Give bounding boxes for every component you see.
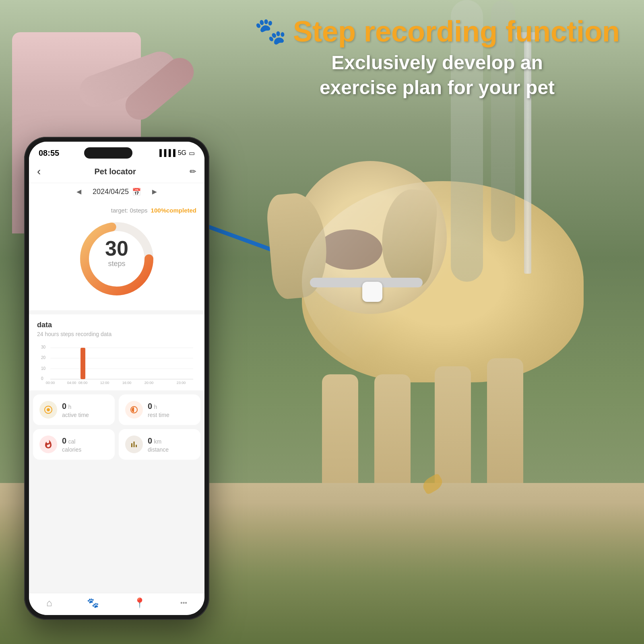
svg-text:04:00: 04:00 bbox=[67, 381, 76, 384]
rest-time-info: 0 h rest time bbox=[148, 402, 169, 418]
dynamic-island bbox=[84, 147, 132, 159]
calories-value: 0 bbox=[62, 436, 66, 445]
stats-grid: 0 h active time bbox=[29, 394, 204, 464]
step-recording-title: Step recording function bbox=[293, 17, 620, 46]
tab-home[interactable]: ⌂ bbox=[46, 597, 52, 609]
target-row: target: 0steps 100%completed bbox=[37, 207, 196, 214]
tab-location[interactable]: 📍 bbox=[134, 597, 146, 609]
edit-button[interactable]: ✏ bbox=[190, 167, 196, 176]
signal-icon: ▐▐▐▐ bbox=[157, 149, 175, 157]
date-display: 2024/04/25 📅 bbox=[93, 188, 141, 196]
svg-text:20:00: 20:00 bbox=[144, 381, 154, 384]
rest-time-unit: h bbox=[154, 404, 157, 410]
stat-card-active-time: 0 h active time bbox=[33, 394, 115, 425]
phone-mockup: 08:55 ▐▐▐▐ 5G ▭ ‹ Pet locator ✏ ◄ 2024/0… bbox=[24, 137, 209, 620]
header-area: 🐾 Step recording function Exclusively de… bbox=[254, 16, 620, 101]
svg-text:16:00: 16:00 bbox=[122, 381, 132, 384]
tab-more[interactable]: ••• bbox=[180, 599, 187, 607]
chart-title: data bbox=[37, 321, 196, 329]
nav-bar: ‹ Pet locator ✏ bbox=[29, 162, 204, 183]
tab-paw[interactable]: 🐾 bbox=[87, 597, 99, 609]
phone-outer-frame: 08:55 ▐▐▐▐ 5G ▭ ‹ Pet locator ✏ ◄ 2024/0… bbox=[24, 137, 209, 620]
calories-unit: cal bbox=[68, 438, 76, 445]
calories-icon bbox=[39, 436, 57, 453]
date-nav: ◄ 2024/04/25 📅 ► bbox=[29, 183, 204, 200]
stat-card-rest-time: 0 h rest time bbox=[119, 394, 200, 425]
steps-section: target: 0steps 100%completed bbox=[29, 200, 204, 310]
bottom-spacer bbox=[29, 464, 204, 472]
date-value: 2024/04/25 bbox=[93, 188, 129, 196]
completed-label: 100%completed bbox=[151, 207, 196, 214]
chart-svg: 30 20 10 0 bbox=[37, 344, 196, 384]
svg-text:20: 20 bbox=[41, 355, 46, 360]
calendar-icon[interactable]: 📅 bbox=[132, 188, 141, 196]
calories-info: 0 cal calories bbox=[62, 436, 81, 453]
status-bar: 08:55 ▐▐▐▐ 5G ▭ bbox=[29, 142, 204, 162]
svg-text:23:00: 23:00 bbox=[177, 381, 186, 384]
data-section: data 24 hours steps recording data 30 20… bbox=[29, 314, 204, 390]
chart-area: 30 20 10 0 bbox=[37, 344, 196, 384]
svg-text:10: 10 bbox=[41, 366, 46, 371]
distance-icon bbox=[125, 436, 143, 453]
svg-text:30: 30 bbox=[41, 345, 46, 349]
svg-text:0: 0 bbox=[41, 376, 43, 381]
rest-time-label: rest time bbox=[148, 412, 169, 418]
paw-tab-icon: 🐾 bbox=[87, 597, 99, 609]
target-label: target: 0steps bbox=[111, 207, 148, 214]
distance-info: 0 km distance bbox=[148, 436, 169, 453]
active-time-icon bbox=[39, 401, 57, 419]
svg-text:08:00: 08:00 bbox=[78, 381, 88, 384]
svg-text:steps: steps bbox=[108, 260, 125, 268]
nav-title: Pet locator bbox=[94, 167, 136, 176]
active-time-unit: h bbox=[68, 404, 72, 410]
active-time-label: active time bbox=[62, 412, 89, 418]
phone-screen: 08:55 ▐▐▐▐ 5G ▭ ‹ Pet locator ✏ ◄ 2024/0… bbox=[29, 142, 204, 615]
tab-bar: ⌂ 🐾 📍 ••• bbox=[29, 593, 204, 615]
header-subtitle: Exclusively develop an exercise plan for… bbox=[254, 50, 620, 101]
svg-rect-13 bbox=[80, 348, 85, 379]
distance-value: 0 bbox=[148, 436, 152, 445]
date-prev-button[interactable]: ◄ bbox=[75, 187, 83, 196]
location-icon: 📍 bbox=[134, 597, 146, 609]
stat-card-calories: 0 cal calories bbox=[33, 429, 115, 460]
back-button[interactable]: ‹ bbox=[37, 165, 41, 178]
chart-subtitle: 24 hours steps recording data bbox=[37, 331, 196, 337]
distance-unit: km bbox=[154, 438, 162, 445]
rest-time-icon bbox=[125, 401, 143, 419]
svg-text:30: 30 bbox=[105, 237, 128, 260]
header-title-row: 🐾 Step recording function bbox=[254, 16, 620, 46]
status-time: 08:55 bbox=[39, 149, 59, 158]
svg-text:00:00: 00:00 bbox=[46, 381, 55, 384]
svg-text:12:00: 12:00 bbox=[100, 381, 109, 384]
battery-icon: ▭ bbox=[189, 149, 195, 157]
stat-card-distance: 0 km distance bbox=[119, 429, 200, 460]
home-icon: ⌂ bbox=[46, 597, 52, 609]
steps-ring-svg: 30 steps bbox=[76, 219, 157, 299]
active-time-info: 0 h active time bbox=[62, 402, 89, 418]
date-next-button[interactable]: ► bbox=[151, 187, 159, 196]
steps-ring-container: 30 steps bbox=[37, 219, 196, 299]
paw-icon: 🐾 bbox=[254, 16, 287, 46]
rest-time-value: 0 bbox=[148, 402, 152, 411]
scroll-area[interactable]: target: 0steps 100%completed bbox=[29, 200, 204, 593]
calories-label: calories bbox=[62, 446, 81, 453]
status-icons: ▐▐▐▐ 5G ▭ bbox=[157, 149, 195, 157]
more-icon: ••• bbox=[180, 599, 187, 607]
active-time-value: 0 bbox=[62, 402, 66, 411]
distance-label: distance bbox=[148, 446, 169, 453]
network-label: 5G bbox=[178, 149, 186, 157]
